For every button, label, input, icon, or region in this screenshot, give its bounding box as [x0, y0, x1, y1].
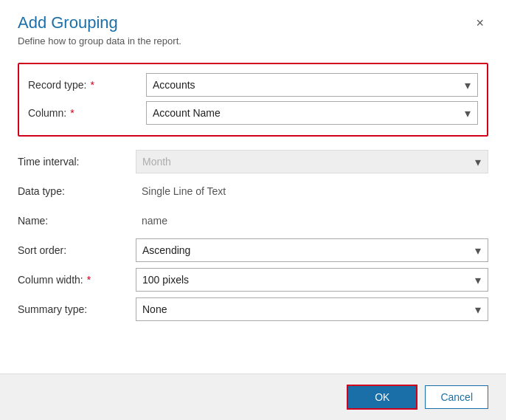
column-width-label: Column width: * [18, 274, 136, 286]
sort-order-label: Sort order: [18, 244, 136, 256]
dialog-footer: OK Cancel [0, 373, 506, 420]
column-row: Column: * Account Name [28, 100, 478, 126]
cancel-button[interactable]: Cancel [425, 385, 488, 409]
dialog-title: Add Grouping [18, 13, 471, 32]
name-row: Name: name [18, 207, 488, 234]
name-static: name [136, 215, 173, 227]
record-type-required: * [90, 79, 94, 91]
name-label: Name: [18, 215, 136, 227]
time-interval-row: Time interval: Month [18, 148, 488, 175]
sort-order-control: Ascending Descending [136, 238, 488, 262]
sort-order-select[interactable]: Ascending Descending [136, 238, 488, 262]
summary-type-label: Summary type: [18, 303, 136, 315]
summary-type-select[interactable]: None Sum Average Min Max Count [136, 297, 488, 321]
sort-order-select-wrapper: Ascending Descending [136, 238, 488, 262]
time-interval-label: Time interval: [18, 156, 136, 168]
close-button[interactable]: × [471, 15, 488, 31]
dialog-body: Record type: * Accounts Column: * [0, 47, 506, 373]
dialog-header: Add Grouping Define how to group data in… [0, 0, 506, 47]
time-interval-select-wrapper: Month [136, 150, 488, 173]
column-width-select-wrapper: 100 pixels 50 pixels 150 pixels 200 pixe… [136, 268, 488, 292]
summary-type-control: None Sum Average Min Max Count [136, 297, 488, 321]
record-type-control: Accounts [146, 73, 478, 97]
record-type-select[interactable]: Accounts [146, 73, 478, 97]
data-type-row: Data type: Single Line of Text [18, 178, 488, 204]
ok-button[interactable]: OK [347, 385, 417, 410]
other-rows: Time interval: Month Data type: Single L… [18, 144, 488, 323]
column-required: * [70, 107, 74, 119]
record-type-row: Record type: * Accounts [28, 72, 478, 98]
column-width-required: * [87, 274, 91, 286]
column-width-select[interactable]: 100 pixels 50 pixels 150 pixels 200 pixe… [136, 268, 488, 292]
record-type-select-wrapper: Accounts [146, 73, 478, 97]
time-interval-select: Month [136, 150, 488, 173]
required-fields-section: Record type: * Accounts Column: * [18, 63, 488, 137]
column-width-control: 100 pixels 50 pixels 150 pixels 200 pixe… [136, 268, 488, 292]
dialog-subtitle: Define how to group data in the report. [18, 35, 471, 47]
column-label: Column: * [28, 107, 146, 119]
sort-order-row: Sort order: Ascending Descending [18, 237, 488, 264]
data-type-label: Data type: [18, 185, 136, 197]
data-type-value: Single Line of Text [136, 185, 488, 197]
record-type-label: Record type: * [28, 79, 146, 91]
column-select-wrapper: Account Name [146, 101, 478, 125]
summary-type-select-wrapper: None Sum Average Min Max Count [136, 297, 488, 321]
column-select[interactable]: Account Name [146, 101, 478, 125]
column-width-row: Column width: * 100 pixels 50 pixels 150… [18, 266, 488, 293]
column-control: Account Name [146, 101, 478, 125]
summary-type-row: Summary type: None Sum Average Min Max C… [18, 296, 488, 323]
title-block: Add Grouping Define how to group data in… [18, 13, 471, 47]
name-value: name [136, 215, 488, 227]
time-interval-control: Month [136, 150, 488, 173]
data-type-static: Single Line of Text [136, 185, 232, 197]
add-grouping-dialog: Add Grouping Define how to group data in… [0, 0, 506, 420]
